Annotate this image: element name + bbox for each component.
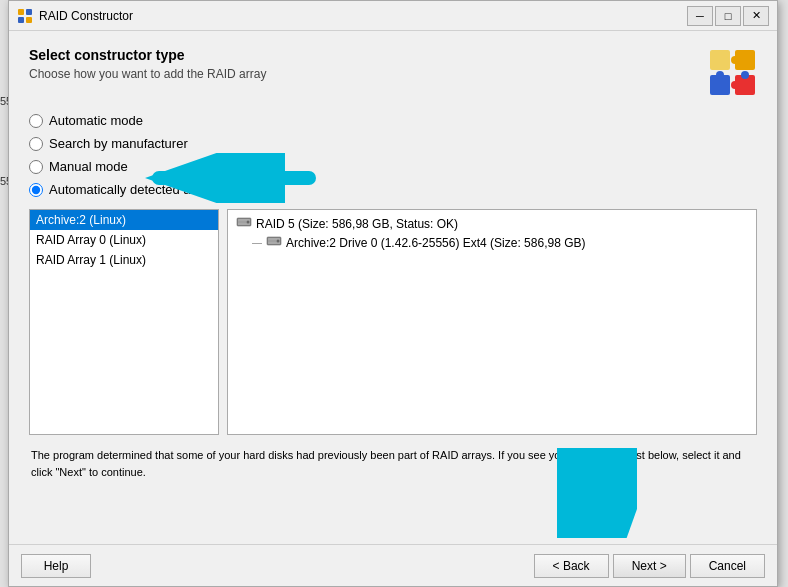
radio-detected[interactable]: Automatically detected arrays	[29, 182, 757, 197]
lists-area: Archive:2 (Linux) RAID Array 0 (Linux) R…	[29, 209, 757, 435]
list-item-array0[interactable]: RAID Array 0 (Linux)	[30, 230, 218, 250]
radio-manufacturer[interactable]: Search by manufacturer	[29, 136, 757, 151]
radio-automatic-label: Automatic mode	[49, 113, 143, 128]
app-icon	[707, 47, 757, 97]
svg-rect-2	[18, 17, 24, 23]
radio-automatic-input[interactable]	[29, 114, 43, 128]
svg-rect-20	[268, 241, 276, 242]
tree-raid5: RAID 5 (Size: 586,98 GB, Status: OK)	[232, 214, 752, 233]
list-item-array1[interactable]: RAID Array 1 (Linux)	[30, 250, 218, 270]
restore-button[interactable]: □	[715, 6, 741, 26]
window-title: RAID Constructor	[39, 9, 687, 23]
svg-rect-16	[238, 222, 246, 223]
header-subtitle: Choose how you want to add the RAID arra…	[29, 67, 697, 81]
help-button[interactable]: Help	[21, 554, 91, 578]
radio-manual-input[interactable]	[29, 160, 43, 174]
array-details-panel: RAID 5 (Size: 586,98 GB, Status: OK) — A…	[227, 209, 757, 435]
radio-detected-input[interactable]	[29, 183, 43, 197]
radio-group: Automatic mode Search by manufacturer Ma…	[29, 113, 757, 197]
radio-manual-label: Manual mode	[49, 159, 128, 174]
title-bar-buttons: ─ □ ✕	[687, 6, 769, 26]
radio-manufacturer-label: Search by manufacturer	[49, 136, 188, 151]
hdd-icon-2	[266, 235, 282, 250]
content-area: Select constructor type Choose how you w…	[9, 31, 777, 544]
array-list[interactable]: Archive:2 (Linux) RAID Array 0 (Linux) R…	[29, 209, 219, 435]
minimize-button[interactable]: ─	[687, 6, 713, 26]
svg-point-15	[247, 221, 250, 224]
close-button[interactable]: ✕	[743, 6, 769, 26]
next-arrow	[557, 448, 637, 538]
svg-point-19	[277, 240, 280, 243]
title-bar: RAID Constructor ─ □ ✕	[9, 1, 777, 31]
hdd-icon	[236, 216, 252, 231]
radio-detected-label: Automatically detected arrays	[49, 182, 220, 197]
tree-drive0: — Archive:2 Drive 0 (1.42.6-25556) Ext4 …	[232, 233, 752, 252]
header-text: Select constructor type Choose how you w…	[29, 47, 697, 81]
svg-point-7	[731, 56, 739, 64]
tree-raid5-label: RAID 5 (Size: 586,98 GB, Status: OK)	[256, 217, 458, 231]
svg-rect-0	[18, 9, 24, 15]
svg-rect-3	[26, 17, 32, 23]
arrow-area	[29, 488, 757, 528]
svg-point-11	[731, 81, 739, 89]
title-bar-icon	[17, 8, 33, 24]
bottom-bar: Help < Back Next > Cancel	[9, 544, 777, 586]
tree-drive0-label: Archive:2 Drive 0 (1.42.6-25556) Ext4 (S…	[286, 236, 585, 250]
tree-connector: —	[252, 237, 262, 248]
info-text: The program determined that some of your…	[29, 447, 757, 480]
radio-manufacturer-input[interactable]	[29, 137, 43, 151]
nav-buttons: < Back Next > Cancel	[534, 554, 765, 578]
svg-rect-1	[26, 9, 32, 15]
cancel-button[interactable]: Cancel	[690, 554, 765, 578]
svg-rect-9	[710, 50, 730, 70]
header-section: Select constructor type Choose how you w…	[29, 47, 757, 97]
svg-point-10	[716, 71, 724, 79]
svg-point-8	[741, 71, 749, 79]
list-item-archive2[interactable]: Archive:2 (Linux)	[30, 210, 218, 230]
next-button[interactable]: Next >	[613, 554, 686, 578]
radio-automatic[interactable]: Automatic mode	[29, 113, 757, 128]
radio-manual[interactable]: Manual mode	[29, 159, 757, 174]
main-dialog: RAID Constructor ─ □ ✕ Select constructo…	[8, 0, 778, 587]
back-button[interactable]: < Back	[534, 554, 609, 578]
header-title: Select constructor type	[29, 47, 697, 63]
